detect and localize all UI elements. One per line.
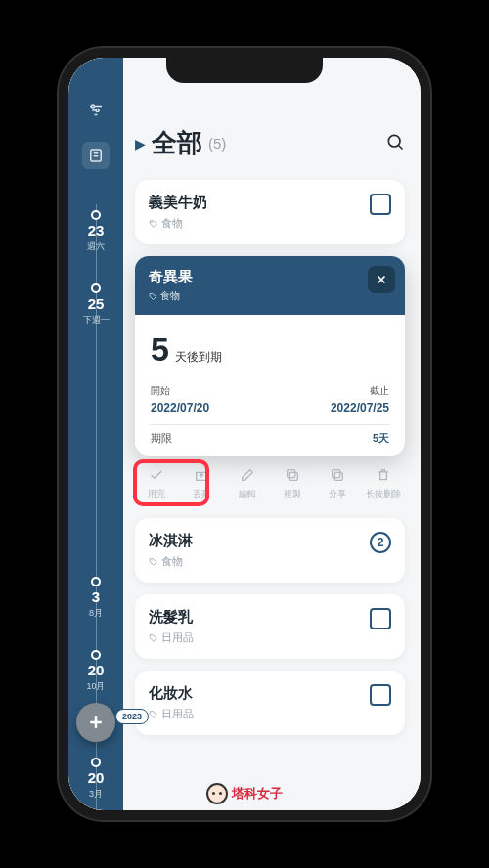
item-tag: 食物 xyxy=(149,554,370,569)
action-done[interactable]: 用完 xyxy=(137,465,176,500)
svg-point-10 xyxy=(388,135,400,147)
tag-icon xyxy=(149,219,158,229)
svg-line-11 xyxy=(399,145,403,149)
search-icon[interactable] xyxy=(385,132,405,155)
list-item[interactable]: 冰淇淋 食物 2 xyxy=(135,518,405,583)
collapse-icon[interactable]: ▶ xyxy=(135,136,146,152)
svg-rect-15 xyxy=(289,472,297,480)
tag-icon xyxy=(149,292,157,301)
svg-rect-18 xyxy=(335,472,343,480)
start-label: 開始 xyxy=(151,384,170,398)
svg-point-3 xyxy=(92,105,95,108)
watermark-text: 塔科女子 xyxy=(232,785,283,803)
duration-label: 期限 xyxy=(151,431,172,446)
watermark-avatar xyxy=(206,783,228,804)
sidebar: 23週六25下週一38月2010月203月 xyxy=(68,58,123,810)
archive-icon xyxy=(182,465,221,485)
action-delete[interactable]: 长按删除 xyxy=(364,465,403,500)
list-item[interactable]: 義美牛奶 食物 xyxy=(135,180,405,244)
trash-icon xyxy=(364,465,403,485)
item-title: 化妝水 xyxy=(149,684,370,703)
close-icon xyxy=(375,273,388,286)
end-label: 截止 xyxy=(370,384,389,398)
timeline-mark[interactable]: 25下週一 xyxy=(68,287,123,326)
count-badge: 2 xyxy=(370,532,391,553)
action-edit[interactable]: 編輯 xyxy=(228,465,267,500)
tag-icon xyxy=(149,710,158,719)
list-item[interactable]: 洗髮乳 日用品 xyxy=(135,594,405,659)
add-button[interactable] xyxy=(76,703,115,742)
share-icon xyxy=(318,465,357,485)
expanded-header: 奇異果 食物 xyxy=(135,256,405,315)
action-discard[interactable]: 丟棄 xyxy=(182,465,221,500)
tag-icon xyxy=(149,557,158,567)
checkbox[interactable] xyxy=(370,684,391,706)
watermark: 塔科女子 xyxy=(200,781,289,806)
main-content: ▶ 全部 (5) 義美牛奶 食物 xyxy=(123,58,421,810)
filter-icon[interactable] xyxy=(82,97,110,124)
duration-value: 5天 xyxy=(373,431,389,446)
check-icon xyxy=(137,465,176,485)
close-button[interactable] xyxy=(368,266,395,293)
action-copy[interactable]: 複製 xyxy=(273,465,312,500)
item-title: 洗髮乳 xyxy=(149,608,370,627)
action-row: 用完 丟棄 編輯 複製 分享 xyxy=(137,465,403,500)
expire-display: 5 天後到期 xyxy=(151,326,389,369)
expanded-title: 奇異果 xyxy=(149,268,391,286)
list-icon[interactable] xyxy=(82,142,110,169)
item-title: 冰淇淋 xyxy=(149,532,370,550)
timeline-mark[interactable]: 203月 xyxy=(68,761,123,801)
checkbox[interactable] xyxy=(370,608,391,629)
item-count: (5) xyxy=(208,135,226,152)
timeline-mark[interactable]: 23週六 xyxy=(68,214,123,253)
svg-point-4 xyxy=(96,109,99,112)
svg-point-12 xyxy=(152,221,153,222)
item-tag: 食物 xyxy=(149,216,370,231)
copy-icon xyxy=(273,465,312,485)
start-date: 2022/07/20 xyxy=(151,401,209,414)
end-date: 2022/07/25 xyxy=(331,401,389,414)
item-tag: 日用品 xyxy=(149,630,370,645)
edit-icon xyxy=(228,465,267,485)
expanded-tag: 食物 xyxy=(149,289,391,303)
checkbox[interactable] xyxy=(370,194,391,215)
list-item[interactable]: 化妝水 日用品 xyxy=(135,671,405,735)
svg-rect-16 xyxy=(288,470,295,478)
timeline-mark[interactable]: 2010月 xyxy=(68,654,123,693)
page-title: 全部 xyxy=(152,126,202,160)
year-divider: 2023 xyxy=(115,709,149,724)
action-share[interactable]: 分享 xyxy=(318,465,357,500)
item-tag: 日用品 xyxy=(149,707,370,721)
item-title: 義美牛奶 xyxy=(149,194,370,212)
svg-rect-17 xyxy=(333,470,340,478)
header: ▶ 全部 (5) xyxy=(135,126,405,160)
expanded-item: 奇異果 食物 5 天後到期 開始 截止 xyxy=(135,256,405,456)
tag-icon xyxy=(149,633,158,643)
timeline-mark[interactable]: 38月 xyxy=(68,581,123,620)
